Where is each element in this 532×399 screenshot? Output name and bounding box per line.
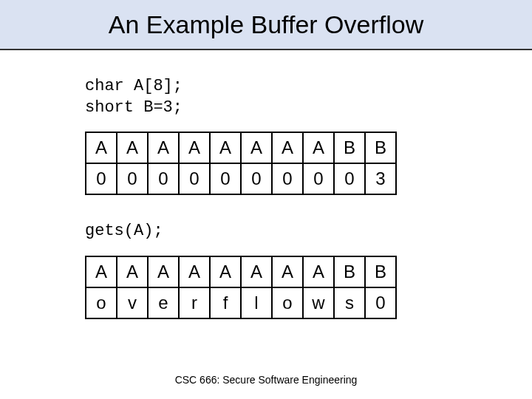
cell: A [272,132,303,163]
cell: A [210,256,241,287]
cell: 0 [148,163,179,194]
cell: A [241,256,272,287]
cell: 0 [86,163,117,194]
cell: 0 [210,163,241,194]
cell: o [272,287,303,318]
cell: w [303,287,334,318]
cell: A [210,132,241,163]
title-bar: An Example Buffer Overflow [0,0,532,50]
cell: r [179,287,210,318]
cell: A [241,132,272,163]
cell: B [365,132,396,163]
cell: A [117,132,148,163]
cell: 0 [303,163,334,194]
cell: A [148,132,179,163]
table-row: o v e r f l o w s 0 [86,287,396,318]
cell: A [303,256,334,287]
code-line: short B=3; [85,98,532,119]
cell: 0 [272,163,303,194]
code-block-1: char A[8]; short B=3; [85,76,532,118]
table-row: 0 0 0 0 0 0 0 0 0 3 [86,163,396,194]
code-block-2: gets(A); [85,221,532,242]
cell: s [334,287,365,318]
cell: 0 [117,163,148,194]
cell: A [117,256,148,287]
cell: 0 [334,163,365,194]
memory-table-1: A A A A A A A A B B 0 0 0 0 0 0 0 0 0 3 [85,132,397,195]
cell: f [210,287,241,318]
cell: A [148,256,179,287]
cell: B [334,132,365,163]
page-title: An Example Buffer Overflow [109,10,423,39]
memory-table-2: A A A A A A A A B B o v e r f l o w s 0 [85,256,397,319]
cell: v [117,287,148,318]
cell: 3 [365,163,396,194]
cell: 0 [179,163,210,194]
cell: A [179,132,210,163]
code-line: gets(A); [85,221,532,242]
cell: B [334,256,365,287]
cell: A [272,256,303,287]
table-row: A A A A A A A A B B [86,132,396,163]
code-line: char A[8]; [85,76,532,98]
content-area: char A[8]; short B=3; A A A A A A A A B … [0,50,532,319]
footer-text: CSC 666: Secure Software Engineering [0,374,532,386]
cell: l [241,287,272,318]
cell: A [303,132,334,163]
cell: A [86,132,117,163]
cell: B [365,256,396,287]
cell: e [148,287,179,318]
cell: A [179,256,210,287]
cell: 0 [365,287,396,318]
table-row: A A A A A A A A B B [86,256,396,287]
cell: o [86,287,117,318]
cell: A [86,256,117,287]
cell: 0 [241,163,272,194]
